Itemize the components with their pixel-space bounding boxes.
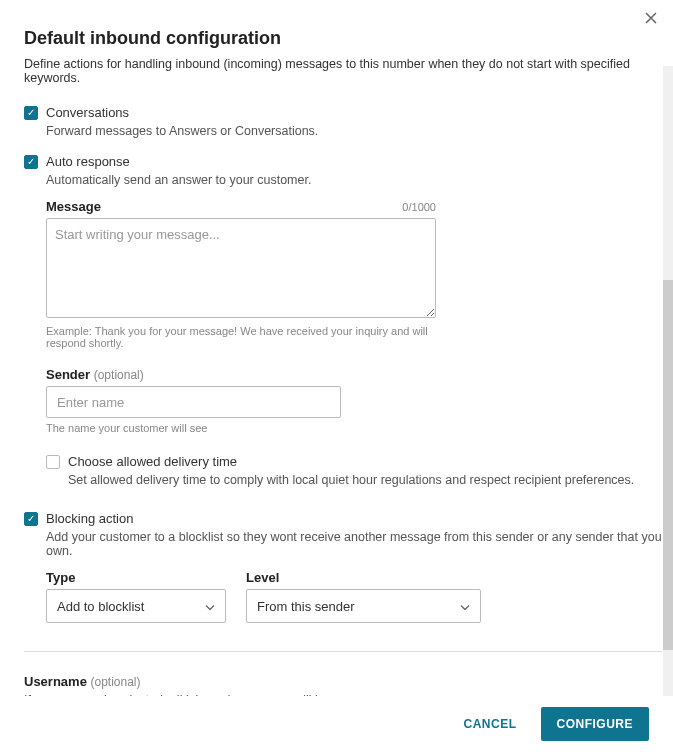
sender-optional: (optional) [94, 368, 144, 382]
conversations-section: Conversations Forward messages to Answer… [24, 105, 662, 138]
delivery-time-checkbox[interactable] [46, 455, 60, 469]
divider [24, 651, 662, 652]
level-value: From this sender [257, 599, 355, 614]
level-label: Level [246, 570, 481, 585]
sender-hint: The name your customer will see [46, 422, 341, 434]
dialog-title: Default inbound configuration [24, 28, 662, 49]
auto-response-desc: Automatically send an answer to your cus… [46, 173, 662, 187]
dialog-footer: CANCEL CONFIGURE [0, 696, 673, 752]
message-counter: 0/1000 [402, 201, 436, 213]
username-label: Username [24, 674, 87, 689]
username-section: Username (optional) If a username is sel… [24, 674, 662, 696]
type-value: Add to blocklist [57, 599, 144, 614]
auto-response-section: Auto response Automatically send an answ… [24, 154, 662, 487]
chevron-down-icon [205, 599, 215, 614]
blocking-section: Blocking action Add your customer to a b… [24, 511, 662, 623]
sender-label: Sender [46, 367, 90, 382]
sender-input[interactable] [46, 386, 341, 418]
conversations-desc: Forward messages to Answers or Conversat… [46, 124, 662, 138]
dialog-subtitle: Define actions for handling inbound (inc… [24, 57, 662, 85]
auto-response-label: Auto response [46, 154, 130, 169]
blocking-desc: Add your customer to a blocklist so they… [46, 530, 662, 558]
blocking-checkbox[interactable] [24, 512, 38, 526]
delivery-time-section: Choose allowed delivery time Set allowed… [46, 454, 662, 487]
conversations-label: Conversations [46, 105, 129, 120]
delivery-time-desc: Set allowed delivery time to comply with… [68, 473, 662, 487]
cancel-button[interactable]: CANCEL [448, 707, 533, 741]
type-label: Type [46, 570, 226, 585]
message-textarea[interactable] [46, 218, 436, 318]
message-label: Message [46, 199, 101, 214]
configure-button[interactable]: CONFIGURE [541, 707, 650, 741]
type-dropdown[interactable]: Add to blocklist [46, 589, 226, 623]
message-hint: Example: Thank you for your message! We … [46, 325, 436, 349]
delivery-time-label: Choose allowed delivery time [68, 454, 237, 469]
auto-response-checkbox[interactable] [24, 155, 38, 169]
inbound-config-dialog: Default inbound configuration Define act… [0, 0, 673, 752]
username-optional: (optional) [91, 675, 141, 689]
conversations-checkbox[interactable] [24, 106, 38, 120]
dialog-content: Default inbound configuration Define act… [0, 0, 673, 696]
blocking-label: Blocking action [46, 511, 133, 526]
level-dropdown[interactable]: From this sender [246, 589, 481, 623]
chevron-down-icon [460, 599, 470, 614]
